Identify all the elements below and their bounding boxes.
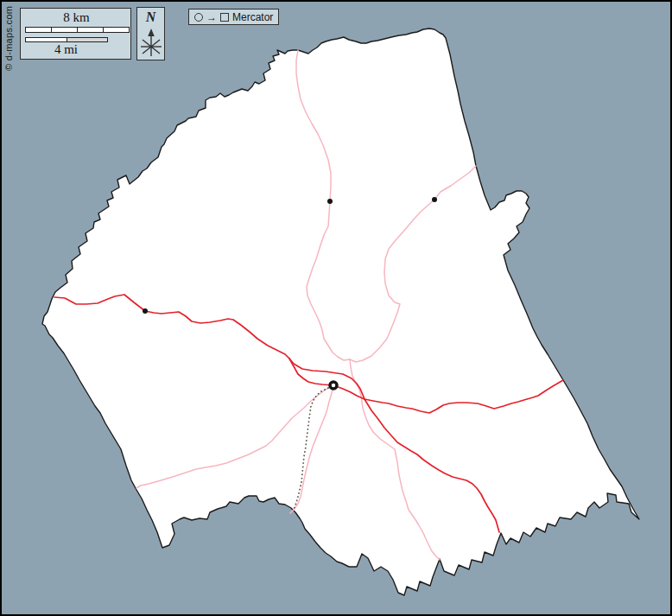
scale-mi-segment: [26, 38, 67, 41]
compass-icon: [140, 27, 162, 58]
scale-mi-label: 4 mi: [25, 43, 107, 56]
square-icon: [220, 13, 229, 22]
arrow-right-icon: →: [206, 13, 217, 22]
town-dot: [143, 308, 148, 314]
scale-km-segment: [78, 28, 104, 32]
town-dot: [432, 197, 437, 202]
copyright-text: © d-maps.com: [3, 6, 14, 71]
scale-km-bar: [25, 27, 130, 33]
scale-km-segment: [52, 28, 78, 32]
map-image: © d-maps.com 8 km 4 mi N: [0, 0, 672, 616]
north-panel: N: [136, 7, 165, 60]
county-outline: [42, 29, 639, 595]
north-label: N: [137, 10, 164, 25]
scale-km-segment: [104, 28, 129, 32]
scale-bar-panel: 8 km 4 mi: [20, 8, 131, 60]
town-dot: [327, 199, 333, 204]
projection-panel: → Mercator: [188, 9, 279, 25]
scale-km-label: 8 km: [21, 11, 132, 24]
circle-icon: [194, 13, 203, 22]
projection-label: Mercator: [232, 11, 273, 23]
map-canvas: [0, 0, 672, 616]
city-marker: [330, 382, 337, 389]
scale-km-segment: [26, 28, 52, 32]
scale-mi-segment: [67, 38, 108, 41]
